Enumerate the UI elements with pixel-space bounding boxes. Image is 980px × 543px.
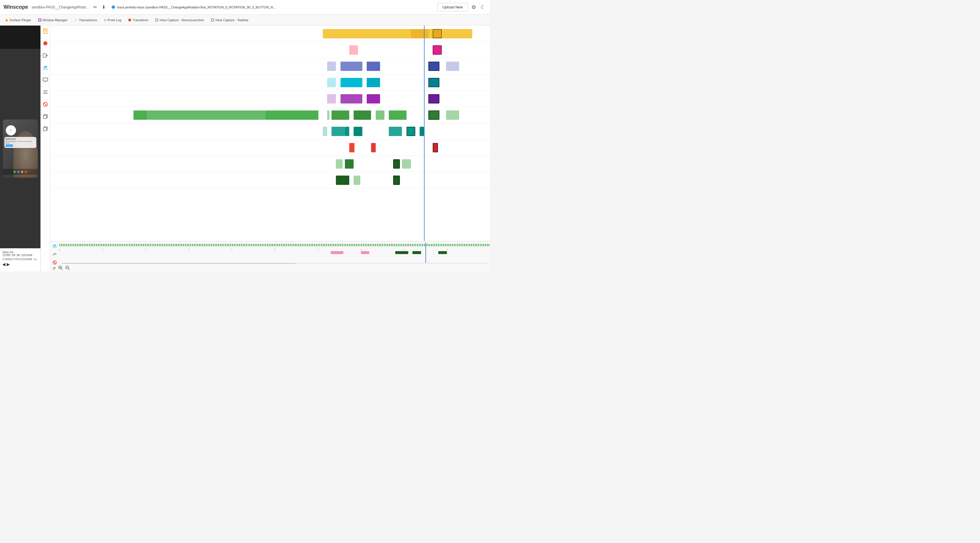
timeline-block[interactable] xyxy=(354,176,360,185)
svg-marker-6 xyxy=(46,55,48,56)
overview-green-icon[interactable] xyxy=(51,251,58,257)
timeline-track-row-cyan xyxy=(50,75,490,91)
timeline-block[interactable] xyxy=(367,94,380,103)
timeline-track-row-yellow xyxy=(50,25,490,42)
tab-window-manager[interactable]: Window Manager xyxy=(35,17,71,23)
timeline-block[interactable] xyxy=(327,62,336,71)
overview-forbidden-icon[interactable] xyxy=(51,259,58,266)
timeline-block[interactable] xyxy=(331,127,345,136)
timeline-block[interactable] xyxy=(345,127,349,136)
download-button[interactable]: ⬇ xyxy=(100,3,107,11)
overview-mini-green xyxy=(395,251,408,254)
nav-prev-button[interactable]: ◀ xyxy=(2,262,6,267)
timeline-block[interactable] xyxy=(433,45,441,55)
timeline-block[interactable] xyxy=(389,110,407,120)
sidebar-video-icon[interactable] xyxy=(42,52,49,59)
timeline-block[interactable] xyxy=(349,143,355,152)
timeline-block[interactable] xyxy=(345,159,354,168)
timeline-block[interactable] xyxy=(428,94,439,103)
timeline-block[interactable] xyxy=(433,29,441,38)
timeline-block[interactable] xyxy=(340,78,363,87)
overview-mini-green3 xyxy=(438,251,447,254)
timeline-track-row-pink xyxy=(50,42,490,58)
sidebar-doc-icon[interactable] xyxy=(42,28,49,34)
sidebar-lines-icon[interactable] xyxy=(42,89,49,95)
timeline-block[interactable] xyxy=(340,62,363,71)
timeline-block[interactable] xyxy=(336,176,349,185)
tab-proto-log[interactable]: ≡ Proto Log xyxy=(101,17,124,23)
device-screenshot: 🕐 Notifications Nothing planned. You hav… xyxy=(3,119,38,178)
timeline-block[interactable] xyxy=(428,62,439,71)
timeline-block[interactable] xyxy=(428,78,439,87)
sidebar-forbidden-icon[interactable] xyxy=(42,101,49,108)
timeline-block[interactable] xyxy=(323,127,327,136)
tab-view-capture-taskbar[interactable]: View Capture - Taskbar xyxy=(208,17,251,23)
timeline-block[interactable] xyxy=(389,127,402,136)
timeline-block[interactable] xyxy=(327,94,336,103)
zoom-in-button[interactable] xyxy=(58,265,63,271)
tab-view-capture-nexus[interactable]: View Capture - NexusLauncher xyxy=(153,17,207,23)
timeline-track-row-red-small xyxy=(50,140,490,156)
timeline-block[interactable] xyxy=(446,110,459,120)
timeline-block[interactable] xyxy=(407,127,415,136)
timeline-block[interactable] xyxy=(446,62,459,71)
timeline-track-row-teal xyxy=(50,123,490,140)
reset-zoom-button[interactable]: ↺ xyxy=(52,266,56,271)
tab-transactions[interactable]: ✓ Transactions xyxy=(72,17,100,23)
overview-tracks xyxy=(59,243,490,263)
timeline-block[interactable] xyxy=(376,110,385,120)
timeline-block[interactable] xyxy=(134,110,146,120)
timeline-block[interactable] xyxy=(354,110,371,120)
dark-mode-button[interactable]: ☾ xyxy=(479,3,487,12)
header-filename: sandbox-PASS__ChangeAppRotationTest... xyxy=(32,5,90,9)
timeline-block[interactable] xyxy=(340,94,363,103)
timeline-block[interactable] xyxy=(420,127,424,136)
timeline-block[interactable] xyxy=(327,110,329,120)
nanoseconds-display: 1704952778125243996 ns xyxy=(2,258,38,261)
timeline-block[interactable] xyxy=(354,127,362,136)
timeline-block[interactable] xyxy=(393,176,400,185)
overview-scrollbar[interactable] xyxy=(62,263,488,264)
timestamp-display: 2024-01-11T05:59:38.1252439 xyxy=(2,251,38,257)
timeline-block[interactable] xyxy=(349,45,358,55)
edit-button[interactable]: ✏ xyxy=(92,3,98,11)
overview-layers-icon[interactable] xyxy=(51,243,58,249)
timeline-block[interactable] xyxy=(327,78,336,87)
tab-surface-flinger[interactable]: Surface Flinger xyxy=(2,17,34,23)
svg-line-16 xyxy=(44,103,47,106)
timeline-block[interactable] xyxy=(147,110,266,120)
timeline-block[interactable] xyxy=(323,29,472,38)
app-logo: Winscope xyxy=(3,4,28,10)
svg-point-4 xyxy=(43,41,48,45)
overview-mini-pink xyxy=(331,251,344,254)
timeline-block[interactable] xyxy=(402,159,410,168)
timeline-canvas[interactable] xyxy=(50,25,490,241)
timeline-block[interactable] xyxy=(393,159,400,168)
upload-new-button[interactable]: Upload New xyxy=(438,3,468,11)
timeline-track-row-dark-green2 xyxy=(50,172,490,188)
timeline-block[interactable] xyxy=(266,110,318,120)
timeline-block[interactable] xyxy=(411,29,429,38)
zoom-out-button[interactable] xyxy=(65,265,70,271)
sidebar-red-circle-icon[interactable] xyxy=(42,40,49,46)
svg-line-24 xyxy=(54,261,56,264)
scrollbar-thumb[interactable] xyxy=(62,263,296,264)
timeline-block[interactable] xyxy=(367,62,380,71)
sidebar-copy2-icon[interactable] xyxy=(42,125,49,132)
sidebar-screen-icon[interactable] xyxy=(42,77,49,83)
timeline-block[interactable] xyxy=(433,143,438,152)
svg-rect-20 xyxy=(43,128,46,131)
nav-next-button[interactable]: ▶ xyxy=(7,262,10,267)
timeline-block[interactable] xyxy=(331,110,349,120)
timeline-block[interactable] xyxy=(371,143,375,152)
timeline-block[interactable] xyxy=(336,159,342,168)
sidebar-layers-icon[interactable] xyxy=(42,65,49,71)
overview-mini-pink2 xyxy=(361,251,370,254)
settings-button[interactable]: ⚙ xyxy=(470,3,477,12)
timeline-block[interactable] xyxy=(367,78,380,87)
tab-transitions[interactable]: Transitions xyxy=(125,17,151,23)
svg-rect-5 xyxy=(43,54,46,57)
timeline-track-row-dark-green1 xyxy=(50,156,490,172)
sidebar-copy1-icon[interactable] xyxy=(42,113,49,120)
timeline-block[interactable] xyxy=(428,110,439,120)
